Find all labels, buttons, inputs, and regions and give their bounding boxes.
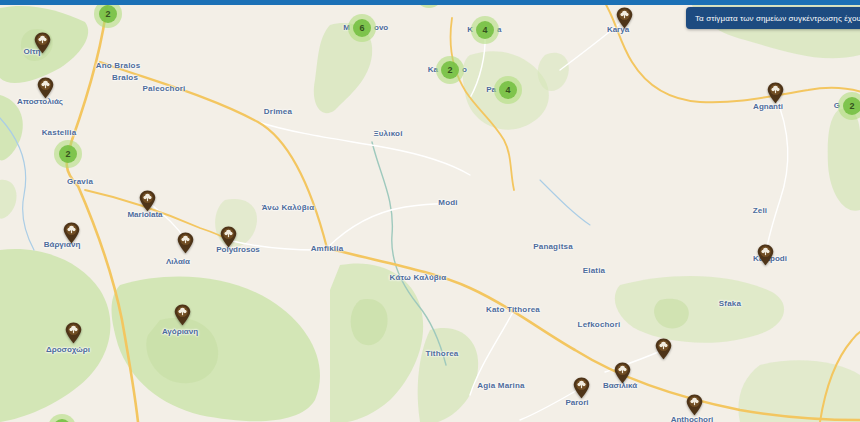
tree-pin-icon[interactable] xyxy=(757,244,774,266)
tree-pin-icon[interactable] xyxy=(37,77,54,99)
marker-label: Λιλαία xyxy=(166,257,190,266)
cluster-marker[interactable]: 4 xyxy=(471,16,499,44)
tree-pin-icon[interactable] xyxy=(655,338,672,360)
cluster-marker[interactable]: 2 xyxy=(54,140,82,168)
top-bar xyxy=(0,0,860,5)
marker-label: Δροσοχώρι xyxy=(46,345,90,354)
tree-pin-icon[interactable] xyxy=(177,232,194,254)
tree-pin-icon[interactable] xyxy=(34,32,51,54)
cluster-count: 2 xyxy=(99,5,117,23)
cluster-count: 6 xyxy=(353,19,371,37)
tree-pin-icon[interactable] xyxy=(573,377,590,399)
cluster-count: 4 xyxy=(499,81,517,99)
tree-pin-icon[interactable] xyxy=(174,304,191,326)
cluster-marker[interactable]: 2 xyxy=(436,56,464,84)
cluster-count: 2 xyxy=(59,145,77,163)
tree-pin-icon[interactable] xyxy=(220,226,237,248)
cluster-marker[interactable]: 4 xyxy=(494,76,522,104)
tree-pin-icon[interactable] xyxy=(686,394,703,416)
map-canvas[interactable]: Ano BralosBralosPaleochoriKastelliaGravi… xyxy=(0,0,860,422)
map-tooltip: Τα στίγματα των σημείων συγκέντρωσης έχο… xyxy=(686,7,860,29)
cluster-marker[interactable]: 2 xyxy=(838,92,860,120)
cluster-count: 2 xyxy=(441,61,459,79)
tree-pin-icon[interactable] xyxy=(65,322,82,344)
cluster-marker[interactable]: 6 xyxy=(348,14,376,42)
cluster-count: 4 xyxy=(476,21,494,39)
tree-pin-icon[interactable] xyxy=(63,222,80,244)
tree-pin-icon[interactable] xyxy=(614,362,631,384)
cluster-count: 2 xyxy=(843,97,860,115)
tree-pin-icon[interactable] xyxy=(616,7,633,29)
tooltip-text: Τα στίγματα των σημείων συγκέντρωσης έχο… xyxy=(695,14,860,23)
marker-label: Αγόριανη xyxy=(162,327,198,336)
tree-pin-icon[interactable] xyxy=(139,190,156,212)
tree-pin-icon[interactable] xyxy=(767,82,784,104)
